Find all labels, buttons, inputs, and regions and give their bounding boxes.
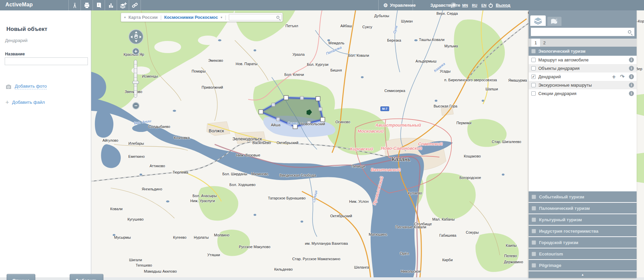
group-checkbox[interactable] <box>531 49 536 53</box>
group-title: Ecotourism <box>539 251 563 256</box>
collapse-panel-button[interactable]: ▲ <box>529 271 637 278</box>
group-checkbox[interactable] <box>532 263 536 268</box>
language-switcher: MNRUEN <box>462 0 486 10</box>
group-checkbox[interactable] <box>532 229 536 233</box>
layer-group-expanded[interactable]: Экологический туризм <box>529 47 637 56</box>
checkbox-checked[interactable]: ✓ <box>531 75 536 79</box>
zoom-slider-handle[interactable] <box>132 81 139 84</box>
layer-page-2[interactable]: 2 <box>540 39 549 47</box>
zoom-out-button[interactable]: − <box>132 102 140 109</box>
add-layer-icon[interactable] <box>117 0 129 10</box>
tab-layers[interactable] <box>530 15 546 26</box>
pan-up-icon[interactable] <box>135 31 138 33</box>
lang-link-mn[interactable]: MN <box>462 3 468 7</box>
vertex-handle[interactable] <box>316 97 320 101</box>
power-icon <box>488 3 493 8</box>
basemap-select[interactable]: Карта России <box>128 15 158 20</box>
undo-icon[interactable]: ↷ <box>620 74 625 80</box>
midpoint-handle[interactable] <box>307 121 311 125</box>
pan-down-icon[interactable] <box>135 40 138 42</box>
info-icon[interactable]: i <box>629 91 634 96</box>
layer-row[interactable]: Секции дендрарияi <box>529 89 637 98</box>
vertex-handle[interactable] <box>321 118 325 122</box>
group-checkbox[interactable] <box>532 218 536 222</box>
midpoint-handle[interactable] <box>319 107 322 111</box>
guide-icon[interactable]: i <box>93 0 105 10</box>
chevron-down-icon[interactable]: ▾ <box>124 15 126 19</box>
name-input[interactable] <box>5 57 88 65</box>
info-icon[interactable]: i <box>629 66 634 71</box>
print-icon[interactable] <box>80 0 93 10</box>
overlay-select[interactable]: Космоснимки Роскосмос <box>164 15 218 20</box>
measure-icon[interactable] <box>68 0 80 10</box>
layers-search-input[interactable] <box>531 28 635 36</box>
lang-link-en[interactable]: EN <box>481 3 486 7</box>
management-button[interactable]: ⚙ Управление <box>383 0 416 10</box>
layer-group-collapsed[interactable]: Ecotourism <box>529 248 637 259</box>
app-logo: ActiveMap <box>5 2 33 8</box>
add-object-icon[interactable]: + <box>612 74 616 80</box>
layer-pages: 12 <box>529 39 637 47</box>
layer-row[interactable]: ✓Дендрарий+↷i <box>529 73 637 81</box>
vertex-handle[interactable] <box>293 125 298 129</box>
layer-group-collapsed[interactable]: Событийный туризм <box>529 191 637 202</box>
group-checkbox[interactable] <box>532 206 536 211</box>
group-title: Экологический туризм <box>538 49 585 54</box>
collapsed-groups: Событийный туризмПаломнический туризмКул… <box>529 191 637 271</box>
object-type-label: Дендрарий <box>5 38 28 43</box>
layer-row[interactable]: Экскурсионные маршрутыi <box>529 81 637 89</box>
checkbox-unchecked[interactable] <box>531 58 536 62</box>
map-toolbar: ▾ Карта России | Космоснимки Роскосмос ▾… <box>121 13 283 22</box>
layer-row[interactable]: Объекты дендрарияi <box>529 64 637 73</box>
vertex-handle[interactable] <box>259 110 263 114</box>
lang-link-ru[interactable]: RU <box>472 3 477 7</box>
midpoint-handle[interactable] <box>300 96 304 100</box>
layer-group-collapsed[interactable]: Городской туризм <box>529 236 637 248</box>
info-icon[interactable]: i <box>629 83 634 88</box>
group-checkbox[interactable] <box>532 195 536 199</box>
vertex-handle[interactable] <box>284 96 288 100</box>
pan-left-icon[interactable] <box>130 36 132 38</box>
gear-icon: ⚙ <box>383 3 388 8</box>
add-photo-button[interactable]: Добавить фото <box>5 84 47 89</box>
tab-legend[interactable]: ? <box>547 17 561 26</box>
info-icon[interactable]: i <box>629 74 634 79</box>
map-search-input[interactable] <box>229 14 282 20</box>
midpoint-handle[interactable] <box>276 118 280 121</box>
submit-button[interactable]: Добавить <box>70 274 103 280</box>
logout-label: Выход <box>496 3 510 8</box>
group-checkbox[interactable] <box>532 240 536 245</box>
chevron-down-icon[interactable]: ▾ <box>221 15 222 19</box>
midpoint-handle[interactable] <box>272 103 275 106</box>
search-icon[interactable] <box>628 30 631 34</box>
link-icon[interactable] <box>129 0 141 10</box>
logout-button[interactable]: Выход <box>488 0 510 10</box>
add-file-button[interactable]: + Добавить файл <box>5 99 45 105</box>
layer-group-collapsed[interactable]: Культурный туризм <box>529 214 637 225</box>
layer-page-1[interactable]: 1 <box>531 39 540 47</box>
pan-control[interactable] <box>128 29 144 44</box>
svg-text:?: ? <box>555 19 557 22</box>
layer-group-collapsed[interactable]: Паломнический туризм <box>529 202 637 214</box>
checkbox-unchecked[interactable] <box>531 83 536 87</box>
name-field-label: Название <box>5 52 25 56</box>
stats-icon[interactable] <box>105 0 117 10</box>
layer-group-collapsed[interactable]: Pilgrimage <box>529 259 637 271</box>
road-shield: М-7 <box>380 106 389 111</box>
help-button[interactable]: ? <box>450 2 456 8</box>
group-checkbox[interactable] <box>532 252 536 256</box>
layers-panel: ? 12 Экологический туризм Маршрут на авт… <box>529 10 637 278</box>
divider: | <box>160 15 162 20</box>
info-icon[interactable]: i <box>629 57 634 62</box>
pan-right-icon[interactable] <box>140 36 142 38</box>
zoom-slider[interactable] <box>134 60 137 98</box>
checkbox-unchecked[interactable] <box>531 91 536 96</box>
checkbox-unchecked[interactable] <box>531 66 536 71</box>
layer-group-collapsed[interactable]: Индустрия гостеприимства <box>529 225 637 236</box>
plus-icon: + <box>5 99 9 105</box>
cancel-button[interactable]: Отмена <box>7 274 35 280</box>
layer-row[interactable]: Маршрут на автомобилеi <box>529 56 637 64</box>
zoom-in-button[interactable]: + <box>132 48 140 55</box>
group-title: Культурный туризм <box>539 217 582 222</box>
layer-label: Объекты дендрария <box>538 66 625 71</box>
